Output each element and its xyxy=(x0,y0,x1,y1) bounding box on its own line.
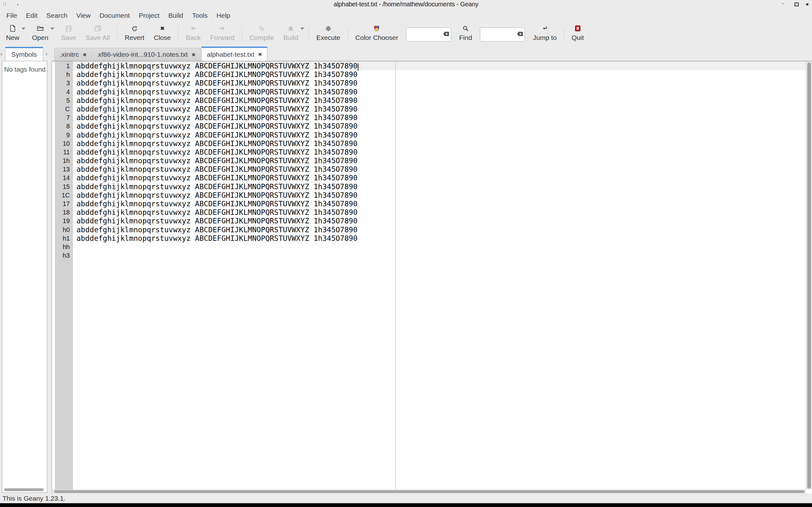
sidebar-horizontal-scrollbar[interactable] xyxy=(4,488,44,491)
menu-file[interactable]: File xyxy=(2,9,21,22)
tab-alphabet-test-txt[interactable]: alphabet-test.txt✖ xyxy=(201,47,267,61)
toolbar-button-jump-to[interactable]: Jump to xyxy=(528,24,561,45)
editor-line[interactable]: hh xyxy=(52,243,806,251)
editor-line[interactable]: 1abddefghijklmnopqrstuvwxyz ABCDEFGHIJKL… xyxy=(52,62,806,70)
editor-line[interactable]: h0abddefghijklmnopqrstuvwxyz ABCDEFGHIJK… xyxy=(52,226,806,234)
sidebar-scroll-left-icon[interactable]: ‹ xyxy=(0,50,3,57)
line-text: abddefghijklmnopqrstuvwxyz ABCDEFGHIJKLM… xyxy=(73,105,357,113)
line-content[interactable]: abddefghijklmnopqrstuvwxyz ABCDEFGHIJKLM… xyxy=(73,88,806,96)
clear-entry-icon[interactable] xyxy=(517,32,523,37)
editor-line[interactable]: 1Cabddefghijklmnopqrstuvwxyz ABCDEFGHIJK… xyxy=(52,191,806,200)
tab-close-icon[interactable]: ✖ xyxy=(83,52,87,57)
line-content[interactable]: abddefghijklmnopqrstuvwxyz ABCDEFGHIJKLM… xyxy=(73,139,806,148)
editor-line[interactable]: habddefghijklmnopqrstuvwxyz ABCDEFGHIJKL… xyxy=(52,70,806,79)
line-content[interactable]: abddefghijklmnopqrstuvwxyz ABCDEFGHIJKLM… xyxy=(73,131,806,139)
editor-line[interactable]: Cabddefghijklmnopqrstuvwxyz ABCDEFGHIJKL… xyxy=(52,105,806,113)
toolbar-button-color-chooser[interactable]: Color Chooser xyxy=(351,24,403,45)
menu-search[interactable]: Search xyxy=(42,9,72,22)
editor-lines[interactable]: 1abddefghijklmnopqrstuvwxyz ABCDEFGHIJKL… xyxy=(52,62,806,260)
menu-project[interactable]: Project xyxy=(134,9,164,22)
menu-document[interactable]: Document xyxy=(95,9,135,22)
line-content[interactable]: abddefghijklmnopqrstuvwxyz ABCDEFGHIJKLM… xyxy=(73,96,806,105)
line-number: 1 xyxy=(52,62,73,70)
line-content[interactable]: abddefghijklmnopqrstuvwxyz ABCDEFGHIJKLM… xyxy=(73,157,806,165)
editor-line[interactable]: 13abddefghijklmnopqrstuvwxyz ABCDEFGHIJK… xyxy=(52,165,806,174)
toolbar-button-revert[interactable]: Revert xyxy=(120,24,149,45)
clear-entry-icon[interactable] xyxy=(443,32,449,37)
jump-entry[interactable] xyxy=(480,27,525,42)
tab-close-icon[interactable]: ✖ xyxy=(258,52,262,57)
line-content[interactable]: abddefghijklmnopqrstuvwxyz ABCDEFGHIJKLM… xyxy=(73,148,806,157)
menu-tools[interactable]: Tools xyxy=(188,9,212,22)
editor-line[interactable]: 11abddefghijklmnopqrstuvwxyz ABCDEFGHIJK… xyxy=(52,148,806,157)
editor-line[interactable]: 3abddefghijklmnopqrstuvwxyz ABCDEFGHIJKL… xyxy=(52,79,806,88)
editor-line[interactable]: 14abddefghijklmnopqrstuvwxyz ABCDEFGHIJK… xyxy=(52,174,806,182)
jump-entry-input[interactable] xyxy=(482,29,515,41)
editor-line[interactable]: 18abddefghijklmnopqrstuvwxyz ABCDEFGHIJK… xyxy=(52,208,806,217)
line-content[interactable]: abddefghijklmnopqrstuvwxyz ABCDEFGHIJKLM… xyxy=(73,79,806,88)
editor-line[interactable]: 1habddefghijklmnopqrstuvwxyz ABCDEFGHIJK… xyxy=(52,157,806,165)
line-content[interactable]: abddefghijklmnopqrstuvwxyz ABCDEFGHIJKLM… xyxy=(73,70,806,79)
toolbar-button-close[interactable]: ✖Close xyxy=(149,24,176,45)
line-content[interactable]: abddefghijklmnopqrstuvwxyz ABCDEFGHIJKLM… xyxy=(73,208,806,217)
chevron-down-icon[interactable] xyxy=(300,27,304,30)
editor-line[interactable]: 19abddefghijklmnopqrstuvwxyz ABCDEFGHIJK… xyxy=(52,217,806,225)
editor-line[interactable]: 17abddefghijklmnopqrstuvwxyz ABCDEFGHIJK… xyxy=(52,200,806,208)
line-content[interactable]: abddefghijklmnopqrstuvwxyz ABCDEFGHIJKLM… xyxy=(73,62,806,70)
toolbar-button-open[interactable]: Open xyxy=(27,24,53,45)
tab-xf86-video-int-910-1-notes-txt[interactable]: xf86-video-int...910-1.notes.txt✖ xyxy=(93,48,201,61)
line-number: 13 xyxy=(52,165,73,174)
minimize-icon[interactable]: − xyxy=(781,1,784,7)
compile-icon xyxy=(258,24,264,33)
editor-line[interactable]: 9abddefghijklmnopqrstuvwxyz ABCDEFGHIJKL… xyxy=(52,131,806,139)
editor-horizontal-scrollbar[interactable] xyxy=(52,490,806,493)
close-icon[interactable]: ✖ xyxy=(806,2,809,7)
chevron-down-icon[interactable] xyxy=(50,27,54,30)
horizontal-scrollbar-thumb[interactable] xyxy=(54,490,805,493)
editor-line[interactable]: 10abddefghijklmnopqrstuvwxyz ABCDEFGHIJK… xyxy=(52,139,806,148)
editor-line[interactable]: 4abddefghijklmnopqrstuvwxyz ABCDEFGHIJKL… xyxy=(52,88,806,96)
toolbar-button-find[interactable]: Find xyxy=(454,24,477,45)
line-content[interactable]: abddefghijklmnopqrstuvwxyz ABCDEFGHIJKLM… xyxy=(73,182,806,191)
menu-help[interactable]: Help xyxy=(212,9,235,22)
editor-line[interactable]: h1abddefghijklmnopqrstuvwxyz ABCDEFGHIJK… xyxy=(52,234,806,243)
tab-close-icon[interactable]: ✖ xyxy=(192,52,196,57)
vertical-scrollbar-thumb[interactable] xyxy=(807,62,811,489)
line-content[interactable] xyxy=(73,251,806,260)
editor-line[interactable]: 15abddefghijklmnopqrstuvwxyz ABCDEFGHIJK… xyxy=(52,182,806,191)
menu-view[interactable]: View xyxy=(72,9,95,22)
line-content[interactable]: abddefghijklmnopqrstuvwxyz ABCDEFGHIJKLM… xyxy=(73,226,806,234)
line-content[interactable]: abddefghijklmnopqrstuvwxyz ABCDEFGHIJKLM… xyxy=(73,200,806,208)
editor-line[interactable]: 5abddefghijklmnopqrstuvwxyz ABCDEFGHIJKL… xyxy=(52,96,806,105)
line-content[interactable] xyxy=(73,243,806,251)
toolbar-button-execute[interactable]: Execute xyxy=(311,24,345,45)
menu-edit[interactable]: Edit xyxy=(21,9,42,22)
editor-line[interactable]: 7abddefghijklmnopqrstuvwxyz ABCDEFGHIJKL… xyxy=(52,113,806,122)
editor-line[interactable]: 8abddefghijklmnopqrstuvwxyz ABCDEFGHIJKL… xyxy=(52,122,806,130)
toolbar-button-new[interactable]: New xyxy=(1,24,24,45)
chevron-down-icon[interactable] xyxy=(21,27,26,30)
editor[interactable]: 1abddefghijklmnopqrstuvwxyz ABCDEFGHIJKL… xyxy=(52,61,812,493)
line-content[interactable]: abddefghijklmnopqrstuvwxyz ABCDEFGHIJKLM… xyxy=(73,217,806,225)
maximize-icon[interactable] xyxy=(795,3,799,6)
menu-build[interactable]: Build xyxy=(164,9,188,22)
editor-line[interactable]: h3 xyxy=(52,251,806,260)
sidebar-scroll-right-icon[interactable]: › xyxy=(45,50,48,57)
line-text: abddefghijklmnopqrstuvwxyz ABCDEFGHIJKLM… xyxy=(73,234,357,242)
search-entry-input[interactable] xyxy=(408,29,441,41)
line-content[interactable]: abddefghijklmnopqrstuvwxyz ABCDEFGHIJKLM… xyxy=(73,113,806,122)
search-entry[interactable] xyxy=(406,27,451,42)
line-number: hh xyxy=(52,243,73,251)
editor-vertical-scrollbar[interactable] xyxy=(806,61,812,490)
line-content[interactable]: abddefghijklmnopqrstuvwxyz ABCDEFGHIJKLM… xyxy=(73,105,806,113)
toolbar-button-quit[interactable]: Quit xyxy=(567,24,589,45)
toolbar-label: Revert xyxy=(125,34,144,42)
tab--xinitrc[interactable]: .xinitrc✖ xyxy=(54,48,92,61)
line-content[interactable]: abddefghijklmnopqrstuvwxyz ABCDEFGHIJKLM… xyxy=(73,165,806,174)
line-content[interactable]: abddefghijklmnopqrstuvwxyz ABCDEFGHIJKLM… xyxy=(73,174,806,182)
line-content[interactable]: abddefghijklmnopqrstuvwxyz ABCDEFGHIJKLM… xyxy=(73,122,806,130)
symbols-panel[interactable]: No tags found xyxy=(2,61,47,493)
line-content[interactable]: abddefghijklmnopqrstuvwxyz ABCDEFGHIJKLM… xyxy=(73,191,806,200)
line-content[interactable]: abddefghijklmnopqrstuvwxyz ABCDEFGHIJKLM… xyxy=(73,234,806,243)
tab-symbols[interactable]: Symbols xyxy=(5,47,43,61)
